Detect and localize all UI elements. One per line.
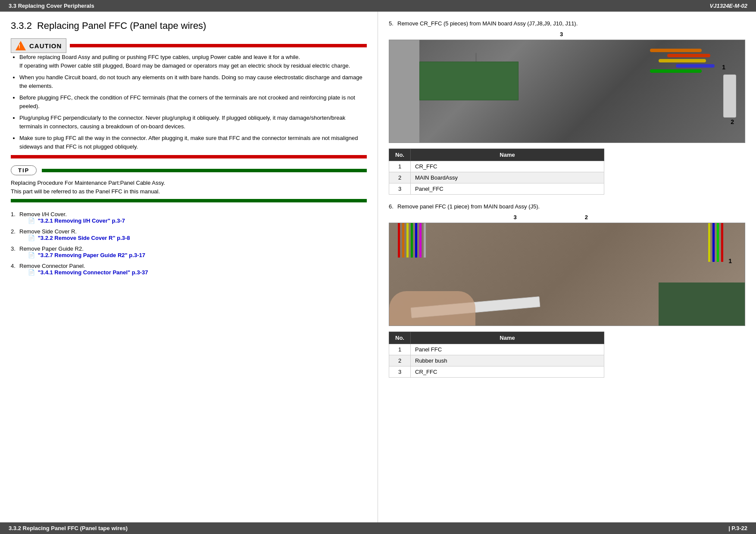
step-1-link[interactable]: 📄 "3.2.1 Removing I/H Cover" p.3-7 xyxy=(28,217,367,224)
table1-row-2: 2 MAIN BoardAssy xyxy=(389,172,604,183)
footer-bar: 3.3.2 Replacing Panel FFC (Panel tape wi… xyxy=(0,522,756,534)
tip-header: TIP xyxy=(11,165,367,175)
step-3-num: 3. xyxy=(11,245,19,252)
caution-red-bar-top xyxy=(70,44,367,47)
step-1-num: 1. xyxy=(11,211,19,217)
table1-row3-num: 3 xyxy=(389,183,411,195)
step-3-link[interactable]: 📄 "3.2.7 Removing Paper Guide R2" p.3-17 xyxy=(28,252,367,258)
main-content: 3.3.2 Replacing Panel FFC (Panel tape wi… xyxy=(0,12,756,522)
header-right: VJ1324E-M-02 xyxy=(710,3,747,9)
table1-row2-name: MAIN BoardAssy xyxy=(411,172,604,183)
tip-content: Replacing Procedure For Maintenance Part… xyxy=(11,179,367,196)
circuit-image-bottom: 1 xyxy=(389,223,745,326)
table-1: No. Name 1 CR_FFC 2 MAIN BoardAssy 3 xyxy=(389,149,604,195)
img2-anno-3-top: 3 xyxy=(513,214,516,220)
step-2-link[interactable]: 📄 "3.2.2 Remove Side Cover R" p.3-8 xyxy=(28,235,367,241)
image-1-container: 3 1 xyxy=(389,31,745,147)
img1-anno-1: 1 xyxy=(722,64,725,71)
img1-anno-3-top: 3 xyxy=(560,31,563,37)
step-3-text: Remove Paper Guide R2. xyxy=(19,245,84,252)
table2-row3-name: CR_FFC xyxy=(411,366,604,378)
table2-row1-name: Panel FFC xyxy=(411,344,604,355)
table1-row2-num: 2 xyxy=(389,172,411,183)
caution-header: CAUTION xyxy=(11,38,66,53)
step-6-num: 6. xyxy=(389,203,397,210)
table-2: No. Name 1 Panel FFC 2 Rubber bush 3 xyxy=(389,332,604,378)
img2-anno-1: 1 xyxy=(728,258,732,264)
header-left: 3.3 Replacing Cover Peripherals xyxy=(9,3,94,9)
img2-anno-2-top: 2 xyxy=(585,214,588,220)
section-heading: 3.3.2 Replacing Panel FFC (Panel tape wi… xyxy=(11,20,367,31)
footer-left: 3.3.2 Replacing Panel FFC (Panel tape wi… xyxy=(9,525,128,531)
step-4-link[interactable]: 📄 "3.4.1 Removing Connector Panel" p.3-3… xyxy=(28,269,367,276)
table2-col-name: Name xyxy=(411,332,604,344)
table2-col-no: No. xyxy=(389,332,411,344)
table1-col-no: No. xyxy=(389,149,411,161)
caution-bullet-4: Plug/unplug FFC perpendicularly to the c… xyxy=(19,114,367,130)
table1-row1-num: 1 xyxy=(389,161,411,172)
step-4-text: Remove Connector Panel. xyxy=(19,263,85,269)
circuit-image-top: 1 2 xyxy=(389,40,745,143)
step-4: 4. Remove Connector Panel. 📄 "3.4.1 Remo… xyxy=(11,263,367,276)
step-3: 3. Remove Paper Guide R2. 📄 "3.2.7 Remov… xyxy=(11,245,367,258)
table2-row-2: 2 Rubber bush xyxy=(389,355,604,366)
step-6-text: Remove panel FFC (1 piece) from MAIN boa… xyxy=(397,203,540,210)
ref-icon-1: 📄 xyxy=(28,217,35,224)
step-5-block: 5. Remove CR_FFC (5 pieces) from MAIN bo… xyxy=(389,20,745,27)
step-5-text: Remove CR_FFC (5 pieces) from MAIN board… xyxy=(397,20,578,27)
img1-anno-2: 2 xyxy=(731,118,734,125)
tip-box: TIP Replacing Procedure For Maintenance … xyxy=(11,165,367,202)
caution-box: CAUTION Before replacing Board Assy and … xyxy=(11,38,367,158)
table1-col-name: Name xyxy=(411,149,604,161)
table2-row-3: 3 CR_FFC xyxy=(389,366,604,378)
left-column: 3.3.2 Replacing Panel FFC (Panel tape wi… xyxy=(0,12,378,522)
table1-row3-name: Panel_FFC xyxy=(411,183,604,195)
ref-icon-3: 📄 xyxy=(28,252,35,258)
step-6-block: 6. Remove panel FFC (1 piece) from MAIN … xyxy=(389,203,745,210)
step-1: 1. Remove I/H Cover. 📄 "3.2.1 Removing I… xyxy=(11,211,367,224)
ref-icon-2: 📄 xyxy=(28,235,35,241)
caution-red-bar-bottom xyxy=(11,155,367,158)
table1-row-1: 1 CR_FFC xyxy=(389,161,604,172)
caution-bullet-3: Before plugging FFC, check the condition… xyxy=(19,93,367,110)
caution-bullet-5: Make sure to plug FFC all the way in the… xyxy=(19,134,367,151)
step-2: 2. Remove Side Cover R. 📄 "3.2.2 Remove … xyxy=(11,228,367,241)
step-2-text: Remove Side Cover R. xyxy=(19,228,77,235)
caution-label: CAUTION xyxy=(29,42,62,50)
tip-green-bar-top xyxy=(42,169,367,172)
table1-row-3: 3 Panel_FFC xyxy=(389,183,604,195)
step-5-num: 5. xyxy=(389,20,397,27)
table2-row2-name: Rubber bush xyxy=(411,355,604,366)
tip-green-bar-bottom xyxy=(11,199,367,202)
table2-row2-num: 2 xyxy=(389,355,411,366)
right-column: 5. Remove CR_FFC (5 pieces) from MAIN bo… xyxy=(378,12,756,522)
table2-row3-num: 3 xyxy=(389,366,411,378)
caution-bullet-2: When you handle Circuit board, do not to… xyxy=(19,73,367,90)
caution-content: Before replacing Board Assy and pulling … xyxy=(11,53,367,151)
footer-right: | P.3-22 xyxy=(728,525,747,531)
step-2-num: 2. xyxy=(11,228,19,235)
section-title: Replacing Panel FFC (Panel tape wires) xyxy=(37,20,206,31)
table2-row-1: 1 Panel FFC xyxy=(389,344,604,355)
header-bar: 3.3 Replacing Cover Peripherals VJ1324E-… xyxy=(0,0,756,12)
caution-bullet-1: Before replacing Board Assy and pulling … xyxy=(19,53,367,70)
steps-list: 1. Remove I/H Cover. 📄 "3.2.1 Removing I… xyxy=(11,211,367,276)
section-number: 3.3.2 xyxy=(11,20,32,31)
caution-icon xyxy=(16,41,26,50)
table2-row1-num: 1 xyxy=(389,344,411,355)
ref-icon-4: 📄 xyxy=(28,269,35,276)
table1-row1-name: CR_FFC xyxy=(411,161,604,172)
step-1-text: Remove I/H Cover. xyxy=(19,211,67,217)
step-4-num: 4. xyxy=(11,263,19,269)
image-2-container: 3 2 xyxy=(389,214,745,330)
tip-label: TIP xyxy=(11,165,37,175)
